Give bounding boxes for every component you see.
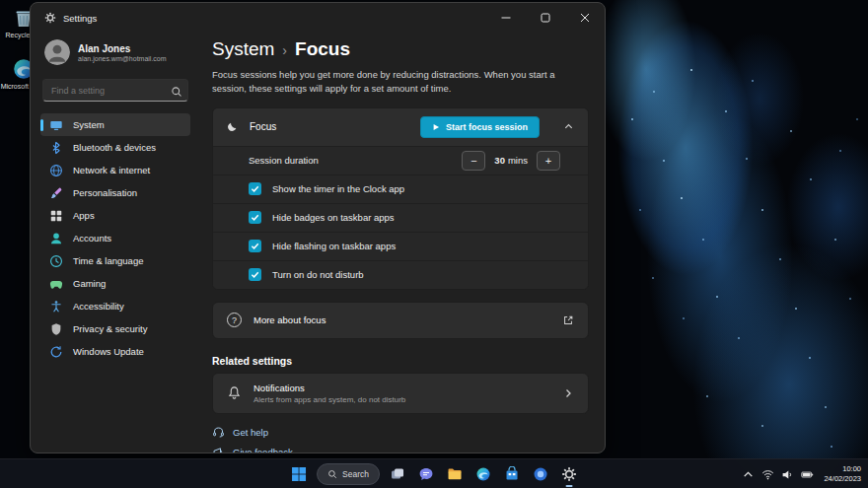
sidebar-item-label: Apps: [73, 210, 95, 221]
settings-window: Settings Alan Jones alan.jones.wm@hotmai…: [30, 2, 606, 453]
window-title: Settings: [63, 13, 97, 24]
page-title: Focus: [295, 38, 350, 60]
session-duration-row: Session duration − 30mins +: [213, 146, 588, 174]
focus-option-row[interactable]: Turn on do not disturb: [213, 260, 588, 289]
sidebar-item-privacy[interactable]: Privacy & security: [40, 317, 190, 340]
apps-grid-icon: [49, 209, 63, 223]
store-button[interactable]: [499, 461, 525, 487]
sidebar-item-time-language[interactable]: Time & language: [40, 249, 190, 272]
sidebar-item-apps[interactable]: Apps: [40, 204, 190, 227]
focus-option-row[interactable]: Hide flashing on taskbar apps: [213, 232, 588, 260]
sidebar: Alan Jones alan.jones.wm@hotmail.com Sys…: [31, 33, 200, 453]
sidebar-item-label: Bluetooth & devices: [73, 142, 156, 153]
bell-icon: [227, 385, 242, 400]
desktop: Recycle Bin Microsoft Edge Settings: [0, 0, 868, 488]
sidebar-item-bluetooth[interactable]: Bluetooth & devices: [40, 136, 190, 159]
clock-icon: [49, 254, 63, 268]
shield-icon: [49, 322, 63, 336]
taskbar-search[interactable]: Search: [317, 463, 380, 485]
task-view-icon: [390, 466, 405, 482]
globe-icon: [49, 164, 63, 177]
sidebar-nav: System Bluetooth & devices Network & int…: [40, 113, 190, 363]
focus-option-row[interactable]: Show the timer in the Clock app: [213, 174, 588, 203]
page-description: Focus sessions help you get more done by…: [212, 68, 589, 96]
chat-icon: [418, 466, 434, 482]
decrease-duration-button[interactable]: −: [462, 151, 485, 171]
give-feedback-link[interactable]: Give feedback: [212, 446, 589, 453]
chevron-right-icon: [562, 387, 574, 399]
focus-icon: [227, 121, 238, 132]
wallpaper-particles: [0, 0, 2, 2]
start-button[interactable]: [286, 461, 312, 487]
tray-chevron-up-icon[interactable]: [742, 468, 755, 481]
settings-app-icon: [44, 12, 56, 24]
option-label: Show the timer in the Clock app: [272, 183, 404, 194]
sidebar-item-network[interactable]: Network & internet: [40, 159, 190, 181]
file-explorer-button[interactable]: [442, 461, 468, 487]
sidebar-item-label: Time & language: [73, 255, 143, 266]
start-focus-session-button[interactable]: Start focus session: [420, 116, 540, 138]
sidebar-item-accounts[interactable]: Accounts: [40, 227, 190, 249]
sidebar-item-label: Personalisation: [73, 187, 137, 198]
sidebar-item-accessibility[interactable]: Accessibility: [40, 295, 190, 317]
search-icon: [171, 84, 182, 96]
settings-taskbar-button[interactable]: [556, 461, 582, 487]
search-input[interactable]: [42, 79, 188, 102]
photos-button[interactable]: [528, 461, 553, 487]
edge-button[interactable]: [470, 461, 496, 487]
minimize-button[interactable]: [486, 3, 526, 33]
volume-icon[interactable]: [781, 468, 794, 481]
store-icon: [504, 466, 520, 482]
focus-label: Focus: [250, 121, 408, 132]
sidebar-item-label: System: [73, 119, 105, 130]
search-icon: [327, 469, 337, 479]
folder-icon: [447, 466, 463, 482]
duration-value: 30: [494, 155, 505, 166]
external-link-icon[interactable]: [562, 314, 574, 326]
checkbox-checked[interactable]: [249, 240, 261, 252]
taskbar-clock[interactable]: 10:00 24/02/2023: [824, 464, 861, 484]
sidebar-item-windows-update[interactable]: Windows Update: [40, 340, 190, 363]
sidebar-item-label: Accounts: [73, 233, 111, 244]
sidebar-item-gaming[interactable]: Gaming: [40, 272, 190, 295]
option-label: Hide badges on taskbar apps: [272, 212, 395, 223]
taskbar-search-label: Search: [342, 469, 369, 479]
increase-duration-button[interactable]: +: [537, 151, 560, 171]
sidebar-item-personalisation[interactable]: Personalisation: [40, 181, 190, 204]
windows-logo-icon: [291, 466, 307, 482]
more-about-focus-card[interactable]: ? More about focus: [212, 302, 589, 339]
sidebar-item-label: Windows Update: [73, 346, 144, 357]
system-icon: [49, 118, 63, 132]
play-icon: [432, 123, 440, 131]
breadcrumb-separator-icon: ›: [282, 42, 287, 58]
notifications-title: Notifications: [253, 383, 550, 393]
checkbox-checked[interactable]: [249, 268, 261, 281]
user-name: Alan Jones: [78, 43, 167, 54]
maximize-button[interactable]: [526, 3, 565, 33]
get-help-label: Get help: [233, 427, 268, 438]
user-email: alan.jones.wm@hotmail.com: [78, 55, 167, 62]
battery-icon[interactable]: [801, 468, 814, 481]
accessibility-icon: [49, 300, 63, 314]
option-label: Turn on do not disturb: [272, 269, 364, 280]
breadcrumb-parent[interactable]: System: [212, 38, 274, 60]
checkbox-checked[interactable]: [249, 182, 261, 195]
gamepad-icon: [49, 277, 63, 291]
focus-option-row[interactable]: Hide badges on taskbar apps: [213, 203, 588, 232]
focus-card: Focus Start focus session Session durati…: [212, 107, 589, 290]
notifications-card[interactable]: Notifications Alerts from apps and syste…: [212, 373, 589, 414]
chat-button[interactable]: [413, 461, 439, 487]
checkbox-checked[interactable]: [249, 211, 261, 224]
megaphone-icon: [212, 446, 225, 453]
user-profile[interactable]: Alan Jones alan.jones.wm@hotmail.com: [40, 35, 190, 70]
get-help-link[interactable]: Get help: [212, 426, 589, 439]
wifi-icon[interactable]: [761, 468, 774, 481]
titlebar[interactable]: Settings: [31, 3, 605, 33]
close-button[interactable]: [565, 3, 605, 33]
chevron-up-icon[interactable]: [563, 121, 574, 132]
task-view-button[interactable]: [385, 461, 410, 487]
focus-header-row[interactable]: Focus Start focus session: [213, 108, 588, 146]
sidebar-item-system[interactable]: System: [40, 113, 190, 136]
sidebar-item-label: Accessibility: [73, 301, 124, 312]
main-content: System › Focus Focus sessions help you g…: [200, 33, 605, 453]
